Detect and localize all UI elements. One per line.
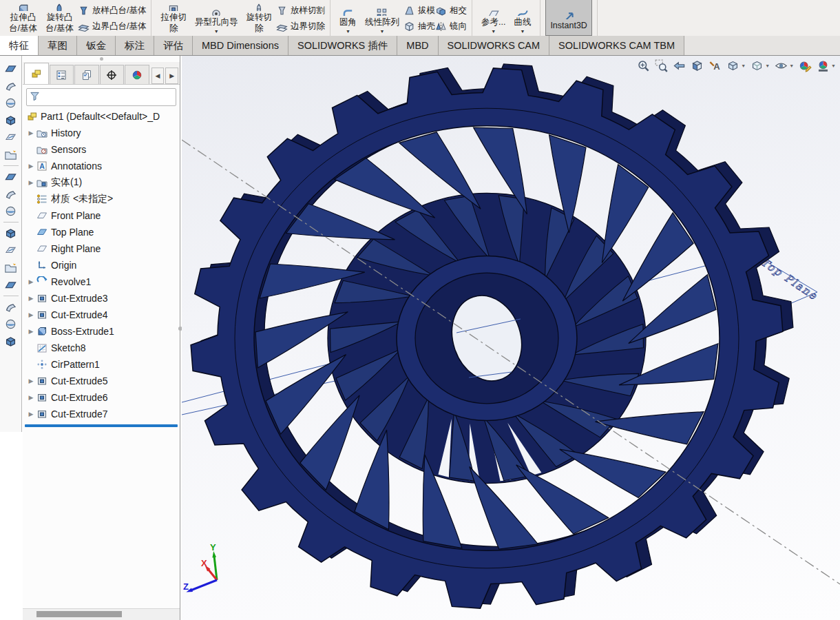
- dropdown-caret-icon[interactable]: ▼: [520, 29, 525, 34]
- tree-item-cirpattern1[interactable]: CirPattern1: [23, 356, 180, 373]
- zoom-to-fit-button[interactable]: [636, 58, 651, 74]
- dropdown-caret-icon[interactable]: ▼: [741, 63, 746, 68]
- tree-item-cut-extrude7[interactable]: ▶Cut-Extrude7: [23, 406, 180, 422]
- tree-item-history[interactable]: ▶History: [23, 125, 180, 141]
- expand-arrow-icon[interactable]: ▶: [26, 328, 36, 335]
- extend-surface-button[interactable]: [3, 259, 19, 276]
- planar-surface-button[interactable]: [3, 60, 19, 77]
- tree-item-材质-未指定-[interactable]: 材质 <未指定>: [23, 191, 180, 207]
- view-orientation-button[interactable]: ▼: [725, 58, 747, 74]
- tab-草图[interactable]: 草图: [39, 36, 77, 55]
- knit-surface-button[interactable]: [3, 316, 19, 333]
- panel-tab-dimxpertmanager[interactable]: [100, 65, 125, 84]
- tab-solidworks-插件[interactable]: SOLIDWORKS 插件: [288, 36, 397, 55]
- tab-mbd[interactable]: MBD: [397, 36, 438, 55]
- tab-mbd-dimensions[interactable]: MBD Dimensions: [193, 36, 288, 55]
- replace-face-button[interactable]: [3, 242, 19, 259]
- tree-item-cut-extrude5[interactable]: ▶Cut-Extrude5: [23, 373, 180, 389]
- section-view-button[interactable]: [689, 58, 705, 74]
- panel-hscrollbar[interactable]: [23, 608, 180, 620]
- reference-geometry-button[interactable]: 参考...▼: [477, 8, 510, 36]
- tree-item-cut-extrude3[interactable]: ▶Cut-Extrude3: [23, 290, 180, 307]
- tab-评估[interactable]: 评估: [154, 36, 193, 55]
- tab-solidworks-cam-tbm[interactable]: SOLIDWORKS CAM TBM: [549, 36, 684, 55]
- linear-pattern-button[interactable]: 线性阵列▼: [361, 8, 403, 36]
- dropdown-caret-icon[interactable]: ▼: [831, 63, 836, 68]
- hole-wizard-button[interactable]: 异型孔向导▼: [191, 8, 242, 36]
- tree-item-sketch8[interactable]: Sketch8: [23, 340, 180, 356]
- tree-item-annotations[interactable]: ▶AAnnotations: [23, 158, 180, 174]
- offset-surface-button[interactable]: [3, 185, 19, 203]
- extruded-boss-button[interactable]: 拉伸凸台/基体: [5, 3, 41, 37]
- swept-surface-button[interactable]: [3, 112, 19, 129]
- panel-tab-featuremanager[interactable]: [24, 63, 49, 84]
- hide-show-items-button[interactable]: ▼: [773, 58, 795, 74]
- thicken-button[interactable]: [3, 333, 19, 350]
- boundary-surface-button[interactable]: [3, 146, 19, 163]
- instant3d-button[interactable]: Instant3D: [545, 0, 592, 36]
- previous-view-button[interactable]: [671, 58, 687, 74]
- dropdown-caret-icon[interactable]: ▼: [789, 63, 794, 68]
- boundary-boss-button[interactable]: 边界凸台/基体: [78, 19, 146, 34]
- panel-tab-configurationmanager[interactable]: [74, 65, 99, 84]
- revolved-boss-button[interactable]: 旋转凸台/基体: [41, 3, 78, 37]
- zoom-to-area-button[interactable]: [653, 58, 669, 74]
- tree-item-revolve1[interactable]: ▶Revolve1: [23, 273, 180, 290]
- rollback-bar[interactable]: [25, 424, 178, 427]
- tree-item-cut-extrude4[interactable]: ▶Cut-Extrude4: [23, 307, 180, 323]
- delete-face-button[interactable]: [3, 225, 19, 242]
- expand-arrow-icon[interactable]: ▶: [26, 378, 36, 384]
- lofted-boss-button[interactable]: 放样凸台/基体: [78, 3, 146, 19]
- extruded-cut-button[interactable]: 拉伸切除: [156, 3, 191, 37]
- tab-特征[interactable]: 特征: [0, 36, 39, 55]
- panel-tabs-scroll-right-button[interactable]: ▶: [165, 68, 178, 84]
- expand-arrow-icon[interactable]: ▶: [26, 278, 36, 285]
- edit-appearance-button[interactable]: [797, 58, 813, 74]
- dropdown-caret-icon[interactable]: ▼: [379, 29, 384, 34]
- tab-钣金[interactable]: 钣金: [77, 36, 116, 55]
- display-style-button[interactable]: ▼: [749, 58, 771, 74]
- tree-item-front-plane[interactable]: Front Plane: [23, 207, 180, 224]
- hscrollbar-thumb[interactable]: [36, 611, 122, 617]
- mirror-button[interactable]: 镜向: [435, 19, 467, 34]
- expand-arrow-icon[interactable]: ▶: [26, 411, 36, 417]
- panel-tab-propertymanager[interactable]: [50, 65, 74, 84]
- tree-item-top-plane[interactable]: Top Plane: [23, 224, 180, 240]
- expand-arrow-icon[interactable]: ▶: [26, 311, 36, 318]
- lofted-cut-button[interactable]: 放样切割: [276, 3, 325, 19]
- untrim-surface-button[interactable]: [3, 298, 19, 316]
- draft-button[interactable]: 拔模: [403, 3, 435, 19]
- expand-arrow-icon[interactable]: ▶: [26, 394, 36, 401]
- filled-surface-button[interactable]: [3, 168, 19, 185]
- tree-item-sensors[interactable]: Sensors: [23, 141, 180, 158]
- expand-arrow-icon[interactable]: ▶: [26, 295, 36, 302]
- expand-arrow-icon[interactable]: ▶: [26, 163, 36, 169]
- apply-scene-button[interactable]: ▼: [815, 58, 837, 74]
- ruled-surface-button[interactable]: [3, 203, 19, 220]
- tab-标注[interactable]: 标注: [116, 36, 154, 55]
- tree-item-实体-1-[interactable]: ▶实体(1): [23, 174, 180, 191]
- shell-button[interactable]: 抽壳: [403, 19, 435, 34]
- tree-item-cut-extrude6[interactable]: ▶Cut-Extrude6: [23, 389, 180, 406]
- intersect-button[interactable]: 相交: [435, 3, 467, 19]
- graphics-viewport[interactable]: A▼▼▼▼ Top PlaneYXZ: [182, 56, 840, 620]
- dropdown-caret-icon[interactable]: ▼: [765, 63, 770, 68]
- fillet-button[interactable]: 圆角▼: [335, 8, 361, 36]
- expand-arrow-icon[interactable]: ▶: [26, 130, 36, 136]
- dropdown-caret-icon[interactable]: ▼: [491, 29, 496, 34]
- panel-drag-handle[interactable]: [23, 56, 180, 62]
- extruded-surface-button[interactable]: [3, 77, 19, 94]
- tree-root-item[interactable]: Part1 (Default<<Default>_D: [27, 108, 180, 125]
- tree-item-origin[interactable]: Origin: [23, 257, 180, 273]
- tree-item-boss-extrude1[interactable]: ▶Boss-Extrude1: [23, 323, 180, 340]
- panel-tabs-scroll-left-button[interactable]: ◀: [151, 68, 165, 84]
- dropdown-caret-icon[interactable]: ▼: [346, 29, 350, 34]
- panel-tab-displaymanager[interactable]: [125, 65, 149, 84]
- revolved-cut-button[interactable]: 旋转切除: [242, 3, 276, 37]
- curves-button[interactable]: 曲线▼: [510, 8, 535, 36]
- tree-item-right-plane[interactable]: Right Plane: [23, 240, 180, 257]
- revolved-surface-button[interactable]: [3, 94, 19, 112]
- expand-arrow-icon[interactable]: ▶: [26, 179, 36, 186]
- annotation-views-button[interactable]: A: [707, 58, 723, 74]
- lofted-surface-button[interactable]: [3, 129, 19, 146]
